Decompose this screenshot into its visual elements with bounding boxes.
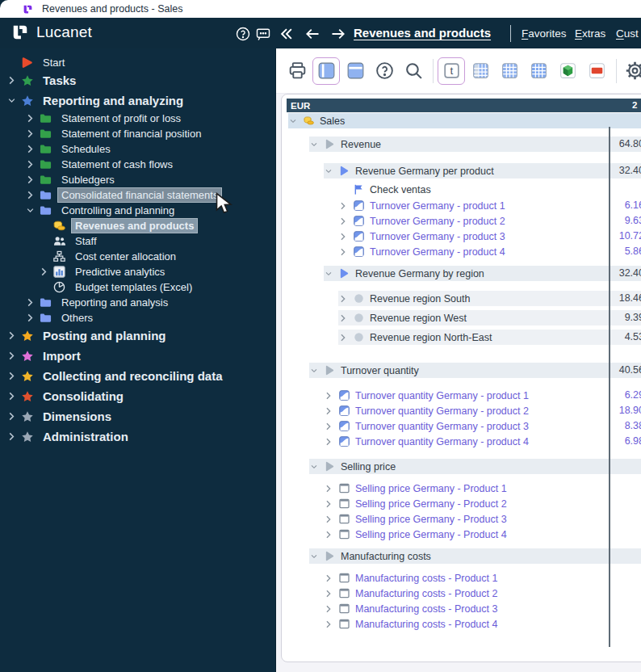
right-chevron-icon[interactable]: [340, 216, 352, 226]
feedback-chat-icon[interactable]: [254, 25, 272, 43]
right-chevron-icon[interactable]: [325, 604, 337, 614]
help-icon[interactable]: [234, 25, 252, 43]
table-row[interactable]: Revenue region West9.39: [287, 310, 641, 326]
down-chevron-icon[interactable]: [311, 140, 323, 149]
table-row[interactable]: Turnover Germany - product 45.86: [287, 244, 641, 259]
right-chevron-icon[interactable]: [340, 313, 352, 323]
down-chevron-icon[interactable]: [311, 366, 323, 376]
sidebar-item[interactable]: Statement of financial position: [0, 126, 275, 141]
table-row[interactable]: Manufacturing costs - Product 1: [287, 570, 641, 586]
sidebar-item[interactable]: Consolidating: [0, 386, 275, 406]
sidebar-item[interactable]: Start: [0, 55, 275, 70]
sidebar-item[interactable]: Posting and planning: [0, 326, 275, 346]
sidebar-item[interactable]: Subledgers: [0, 172, 275, 187]
sidebar-item[interactable]: Predictive analytics: [0, 264, 275, 279]
right-chevron-icon[interactable]: [340, 294, 352, 304]
right-chevron-icon[interactable]: [27, 175, 39, 185]
right-chevron-icon[interactable]: [325, 484, 337, 494]
print-button[interactable]: [283, 57, 311, 85]
help-button[interactable]: [371, 57, 398, 85]
right-chevron-icon[interactable]: [27, 114, 39, 124]
sidebar-item[interactable]: Cost center allocation: [0, 249, 275, 264]
collapse-double-chevron-icon[interactable]: [278, 25, 295, 43]
right-chevron-icon[interactable]: [340, 333, 352, 342]
right-chevron-icon[interactable]: [27, 145, 39, 154]
down-chevron-icon[interactable]: [311, 552, 323, 561]
table-row[interactable]: Revenue Germany by region32.40: [287, 266, 641, 281]
sidebar-item[interactable]: Collecting and reconciling data: [0, 366, 275, 386]
sidebar-item[interactable]: Budget templates (Excel): [0, 279, 275, 295]
layout-top-pane-button[interactable]: [341, 57, 369, 85]
right-chevron-icon[interactable]: [325, 437, 337, 447]
right-chevron-icon[interactable]: [325, 391, 337, 401]
right-chevron-icon[interactable]: [8, 392, 20, 401]
table-grid-button[interactable]: [467, 57, 494, 85]
sidebar-item[interactable]: Revenues and products: [0, 218, 275, 233]
sidebar-item[interactable]: Staff: [0, 233, 275, 249]
menu-extras[interactable]: Extras: [575, 27, 605, 40]
down-chevron-icon[interactable]: [27, 206, 39, 216]
right-chevron-icon[interactable]: [40, 267, 52, 277]
table-grid-dense-button[interactable]: [496, 57, 523, 85]
right-chevron-icon[interactable]: [325, 620, 337, 629]
table-row[interactable]: Selling price: [287, 459, 641, 474]
down-chevron-icon[interactable]: [290, 116, 302, 126]
table-row[interactable]: Selling price Germany - Product 1: [287, 481, 641, 496]
text-cell-button[interactable]: t: [438, 57, 465, 85]
table-row[interactable]: Turnover quantity Germany - product 218.…: [287, 403, 641, 418]
right-chevron-icon[interactable]: [27, 191, 39, 200]
right-chevron-icon[interactable]: [325, 514, 337, 524]
sidebar-item[interactable]: Import: [0, 346, 275, 366]
red-cell-button[interactable]: [583, 57, 610, 85]
table-row[interactable]: Turnover Germany - product 29.63: [287, 213, 641, 229]
right-chevron-icon[interactable]: [27, 160, 39, 170]
right-chevron-icon[interactable]: [340, 247, 352, 257]
table-grid-blue-button[interactable]: [525, 57, 552, 85]
right-chevron-icon[interactable]: [27, 298, 39, 308]
right-chevron-icon[interactable]: [325, 499, 337, 509]
table-row[interactable]: Manufacturing costs - Product 3: [287, 601, 641, 616]
table-row[interactable]: Selling price Germany - Product 3: [287, 511, 641, 527]
right-chevron-icon[interactable]: [8, 372, 20, 381]
menu-customizing[interactable]: Cust: [616, 27, 639, 40]
table-row[interactable]: Check ventas: [287, 182, 641, 197]
right-chevron-icon[interactable]: [325, 422, 337, 431]
right-chevron-icon[interactable]: [340, 201, 352, 211]
table-row[interactable]: Revenue region South18.46: [287, 291, 641, 306]
settings-gear-button[interactable]: [621, 57, 641, 85]
sidebar-item[interactable]: Schedules: [0, 141, 275, 157]
right-chevron-icon[interactable]: [8, 76, 20, 86]
forward-arrow-icon[interactable]: [329, 25, 347, 43]
table-row[interactable]: Manufacturing costs - Product 4: [287, 616, 641, 632]
table-row[interactable]: Turnover Germany - product 16.16: [287, 198, 641, 213]
table-row[interactable]: Turnover quantity40.56: [287, 363, 641, 378]
sidebar-item[interactable]: Reporting and analyzing: [0, 90, 275, 111]
back-arrow-icon[interactable]: [304, 25, 321, 43]
table-row[interactable]: Manufacturing costs - Product 2: [287, 586, 641, 601]
right-chevron-icon[interactable]: [8, 331, 20, 341]
down-chevron-icon[interactable]: [311, 462, 323, 472]
right-chevron-icon[interactable]: [340, 232, 352, 242]
right-chevron-icon[interactable]: [27, 129, 39, 139]
search-button[interactable]: [400, 57, 427, 85]
right-chevron-icon[interactable]: [325, 573, 337, 583]
table-row[interactable]: Revenue64.80: [287, 136, 641, 152]
right-chevron-icon[interactable]: [325, 530, 337, 540]
layout-left-pane-button[interactable]: [312, 57, 340, 85]
sidebar-item[interactable]: Dimensions: [0, 406, 275, 426]
right-chevron-icon[interactable]: [8, 351, 20, 361]
cube-button[interactable]: [554, 57, 581, 85]
sidebar-item[interactable]: Others: [0, 310, 275, 326]
sidebar-item[interactable]: Reporting and analysis: [0, 295, 275, 310]
sidebar-item[interactable]: Controlling and planning: [0, 203, 275, 218]
table-row[interactable]: Turnover quantity Germany - product 38.3…: [287, 418, 641, 434]
right-chevron-icon[interactable]: [325, 406, 337, 416]
table-row[interactable]: Selling price Germany - Product 2: [287, 496, 641, 511]
table-row[interactable]: Turnover quantity Germany - product 16.2…: [287, 388, 641, 403]
menu-favorites[interactable]: Favorites: [522, 27, 567, 40]
right-chevron-icon[interactable]: [325, 589, 337, 598]
table-row[interactable]: Selling price Germany - Product 4: [287, 527, 641, 542]
table-row[interactable]: Turnover Germany - product 310.72: [287, 229, 641, 244]
table-row[interactable]: Revenue Germany per product32.40: [287, 163, 641, 178]
down-chevron-icon[interactable]: [325, 269, 337, 279]
